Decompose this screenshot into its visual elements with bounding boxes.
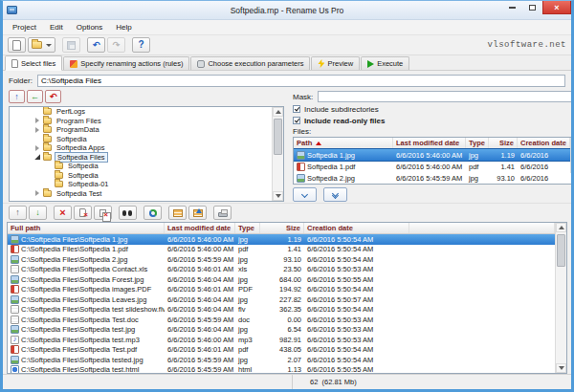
file-row[interactable]: C:\Softpedia Files\Softpedia Contact.xls… xyxy=(8,265,555,275)
scroll-up-button[interactable] xyxy=(556,223,566,232)
column-header-created[interactable]: Creation date xyxy=(518,138,570,148)
column-header-size[interactable]: Size xyxy=(260,223,304,233)
save-project-button[interactable] xyxy=(62,37,80,53)
tree-item-softpedia-test[interactable]: Softpedia Test xyxy=(10,189,272,199)
checkbox-include-read-only-files[interactable] xyxy=(293,117,300,124)
vendor-link[interactable]: vlsoftware.net xyxy=(487,40,566,50)
file-row[interactable]: C:\Softpedia Files\Softpedia test.mp36/6… xyxy=(8,335,555,345)
add-selected-button[interactable] xyxy=(293,187,317,202)
table-vscrollbar[interactable] xyxy=(555,223,566,373)
file-row[interactable]: C:\Softpedia Files\Softpedia images.PDF6… xyxy=(8,285,555,295)
minimize-button[interactable] xyxy=(502,1,522,14)
column-header-type[interactable]: Type xyxy=(466,138,489,148)
menu-options[interactable]: Options xyxy=(70,21,110,33)
minimize-icon xyxy=(509,7,516,9)
file-row[interactable]: C:\Softpedia Files\Softpedia test.jpg6/6… xyxy=(8,325,555,336)
column-header-type[interactable]: Type xyxy=(235,223,260,233)
undo-button[interactable] xyxy=(87,37,105,53)
help-button[interactable] xyxy=(132,37,150,53)
remove-file-button[interactable] xyxy=(74,206,92,220)
new-project-button[interactable] xyxy=(8,37,26,53)
refresh-tree-button[interactable] xyxy=(45,90,61,103)
file-select-panel: Mask: Include subdirectoriesInclude read… xyxy=(293,90,574,203)
expander-collapsed-icon[interactable] xyxy=(34,145,40,151)
file-row[interactable]: C:\Softpedia Files\Softpedia test slides… xyxy=(8,305,555,316)
pdf-file-icon xyxy=(11,285,19,294)
move-up-button[interactable] xyxy=(9,206,27,220)
column-header-path[interactable]: Path xyxy=(294,138,393,148)
redo-button[interactable] xyxy=(107,37,125,53)
tree-item-softpedia-apps[interactable]: Softpedia Apps xyxy=(10,143,272,153)
up-level-icon xyxy=(14,93,19,101)
doc-file-icon xyxy=(11,305,19,314)
expander-collapsed-icon[interactable] xyxy=(34,118,40,123)
scroll-down-button[interactable] xyxy=(556,363,566,373)
tab-execute[interactable]: Execute xyxy=(361,56,409,70)
scroll-up-button[interactable] xyxy=(273,107,283,117)
file-row[interactable]: Softpedia 2.jpg6/6/2016 5:45:59 AMjpg93.… xyxy=(294,172,570,184)
file-row[interactable]: C:\Softpedia Files\Softpedia 2.jpg6/6/20… xyxy=(8,254,555,265)
refresh-button[interactable] xyxy=(144,206,162,220)
files-vscrollbar[interactable] xyxy=(570,138,574,173)
up-level-button[interactable] xyxy=(9,90,25,103)
column-header-modified[interactable]: Last modified date xyxy=(393,138,466,148)
tab-preview[interactable]: Preview xyxy=(311,56,360,70)
tab-choose-execution-parameters[interactable]: Choose execution parameters xyxy=(190,56,310,70)
remove-all-button[interactable] xyxy=(94,206,112,220)
checkbox-include-subdirectories[interactable] xyxy=(293,105,300,113)
tree-item-softpedia-01[interactable]: Softpedia-01 xyxy=(10,180,272,189)
expander-collapsed-icon[interactable] xyxy=(34,190,40,196)
tree-item-softpedia[interactable]: Softpedia xyxy=(10,171,272,181)
column-header-created[interactable]: Creation date xyxy=(304,223,409,233)
file-path: C:\Softpedia Files\Softpedia Test.doc xyxy=(21,316,139,324)
file-row[interactable]: C:\Softpedia Files\Softpedia tested.jpg6… xyxy=(8,355,555,365)
add-all-button[interactable] xyxy=(323,187,347,202)
file-row[interactable]: C:\Softpedia Files\Softpedia Test.doc6/6… xyxy=(8,315,555,325)
file-row[interactable]: C:\Softpedia Files\Softpedia Test.pdf6/6… xyxy=(8,345,555,356)
mask-combobox[interactable] xyxy=(318,91,574,102)
expander-collapsed-icon[interactable] xyxy=(34,127,40,133)
tab-specify-renaming-actions-rules[interactable]: Specify renaming actions (rules) xyxy=(63,56,189,70)
menu-help[interactable]: Help xyxy=(109,21,138,33)
close-button[interactable] xyxy=(542,1,571,14)
files-hscrollbar[interactable] xyxy=(294,184,570,185)
back-button[interactable] xyxy=(27,90,43,103)
open-project-button[interactable] xyxy=(28,37,55,53)
print-button[interactable] xyxy=(213,206,232,220)
column-header-modified[interactable]: Last modified date xyxy=(165,223,235,233)
chevron-down-icon xyxy=(301,190,308,197)
tree-item-softpedia[interactable]: Softpedia xyxy=(10,135,272,144)
scroll-down-button[interactable] xyxy=(273,191,283,201)
app-icon xyxy=(7,6,17,14)
tree-item-programdata[interactable]: ProgramData xyxy=(10,125,272,135)
menu-edit[interactable]: Edit xyxy=(43,21,70,33)
tree-item-softpedia-files[interactable]: Softpedia Files xyxy=(10,153,272,163)
insert-column-button[interactable] xyxy=(188,206,207,220)
file-row[interactable]: C:\Softpedia Files\Softpedia 1.pdf6/6/20… xyxy=(8,245,555,255)
file-row[interactable]: Softpedia 1.jpg6/6/2016 5:46:00 AMjpg1.1… xyxy=(294,149,570,161)
maximize-button[interactable] xyxy=(522,1,542,14)
folder-input[interactable] xyxy=(37,75,565,87)
menu-bar: ProjectEditOptionsHelp xyxy=(3,20,571,35)
columns-button[interactable] xyxy=(168,206,187,220)
menu-project[interactable]: Project xyxy=(6,21,43,33)
file-row[interactable]: Softpedia 1.pdf6/6/2016 5:46:00 AMpdf1.4… xyxy=(294,161,570,172)
tree-item-softpedia[interactable]: Softpedia xyxy=(10,162,272,171)
column-header-path[interactable]: Full path xyxy=(8,223,165,233)
tab-select-files[interactable]: Select files xyxy=(5,55,62,71)
scrollbar-thumb[interactable] xyxy=(557,234,565,267)
tree-scrollbar[interactable] xyxy=(272,107,283,201)
delete-button[interactable] xyxy=(54,206,72,220)
file-row[interactable]: C:\Softpedia Files\Softpedia test.html6/… xyxy=(8,365,555,375)
tree-item-perflogs[interactable]: PerfLogs xyxy=(10,107,272,117)
column-header-size[interactable]: Size xyxy=(489,138,518,148)
tree-item-label: Program Files xyxy=(55,117,103,125)
scrollbar-thumb[interactable] xyxy=(274,119,282,155)
tree-item-program-files[interactable]: Program Files xyxy=(10,117,272,126)
find-button[interactable] xyxy=(119,206,137,220)
move-down-button[interactable] xyxy=(29,206,47,220)
expander-expanded-icon[interactable] xyxy=(34,154,40,160)
file-row[interactable]: C:\Softpedia Files\Softpedia 1.jpg6/6/20… xyxy=(8,234,555,245)
file-row[interactable]: C:\Softpedia Files\Softpedia Leaves.jpg6… xyxy=(8,294,555,305)
file-row[interactable]: C:\Softpedia Files\Softpedia Forest.jpg6… xyxy=(8,274,555,285)
